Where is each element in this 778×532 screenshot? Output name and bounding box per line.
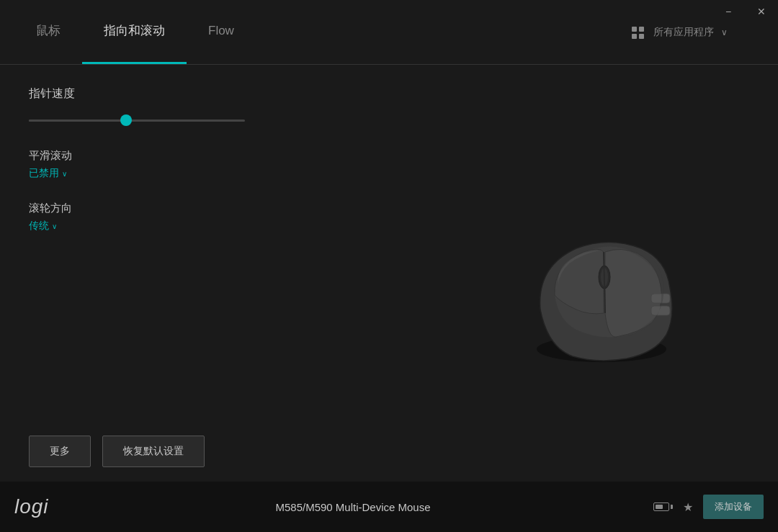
tab-mouse[interactable]: 鼠标 [14, 0, 82, 64]
slider-thumb[interactable] [120, 114, 132, 126]
pointer-speed-title: 指针速度 [29, 86, 749, 102]
slider-track [29, 120, 245, 122]
logi-logo: logi [14, 495, 101, 518]
nav-right: 所有应用程序 ∨ [632, 0, 771, 65]
scroll-direction-chevron-icon: ∨ [52, 222, 57, 230]
reset-button[interactable]: 恢复默认设置 [102, 436, 205, 467]
footer: logi M585/M590 Multi-Device Mouse ★ 添加设备 [0, 482, 778, 532]
svg-rect-3 [651, 294, 670, 303]
smooth-scroll-chevron-icon: ∨ [62, 170, 67, 178]
slider-fill [29, 120, 126, 122]
apps-grid-icon [632, 27, 646, 39]
smooth-scroll-label: 平滑滚动 [29, 149, 749, 163]
battery-fill [656, 505, 663, 509]
pointer-speed-section: 指针速度 [29, 86, 749, 127]
nav-tabs: 鼠标 指向和滚动 Flow [14, 0, 256, 64]
main-content: 指针速度 平滑滚动 已禁用 ∨ 滚轮方向 传统 ∨ [0, 65, 778, 482]
nav-bar: 鼠标 指向和滚动 Flow 所有应用程序 ∨ [0, 0, 778, 65]
more-button[interactable]: 更多 [29, 436, 91, 467]
pointer-speed-slider[interactable] [29, 113, 245, 127]
tab-pointing[interactable]: 指向和滚动 [82, 0, 187, 64]
battery-icon [653, 502, 673, 511]
apps-chevron-icon: ∨ [721, 27, 728, 37]
footer-right: ★ 添加设备 [605, 495, 764, 519]
battery-body [653, 502, 669, 511]
bottom-buttons: 更多 恢复默认设置 [29, 436, 205, 467]
smooth-scroll-value[interactable]: 已禁用 ∨ [29, 167, 749, 180]
mouse-image [461, 194, 735, 396]
apps-label: 所有应用程序 [653, 26, 714, 39]
tab-flow[interactable]: Flow [187, 0, 256, 64]
device-name: M585/M590 Multi-Device Mouse [101, 501, 605, 513]
smooth-scroll-section: 平滑滚动 已禁用 ∨ [29, 149, 749, 180]
bluetooth-icon: ★ [683, 500, 693, 514]
add-device-button[interactable]: 添加设备 [703, 495, 764, 519]
battery-cap [671, 505, 673, 509]
